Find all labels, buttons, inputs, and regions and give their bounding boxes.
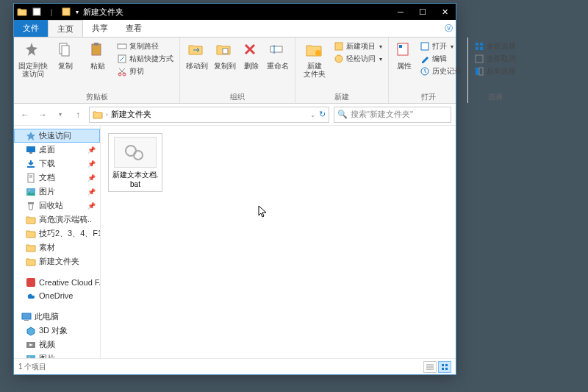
address-bar: ← → ▾ ↑ › 新建文件夹 ⌄ ↻ 🔍 搜索"新建文件夹" [14, 104, 456, 126]
history-dropdown-icon[interactable]: ⌄ [310, 111, 316, 118]
svg-point-34 [29, 190, 30, 191]
sidebar-item[interactable]: 图片📌 [14, 185, 100, 199]
folder-icon [26, 257, 36, 267]
delete-button[interactable]: 删除 [240, 40, 262, 70]
star-icon [26, 131, 36, 141]
invert-selection-button[interactable]: 反向选择 [473, 66, 517, 76]
refresh-button[interactable]: ↻ [319, 110, 326, 119]
pin-quick-access-button[interactable]: 固定到快 速访问 [18, 40, 48, 78]
select-none-button[interactable]: 全部取消 [473, 54, 517, 64]
sidebar-item[interactable]: 文档📌 [14, 171, 100, 185]
select-none-icon [474, 54, 484, 64]
forward-button[interactable]: → [36, 108, 49, 121]
pin-icon: 📌 [87, 146, 96, 154]
tab-share[interactable]: 共享 [83, 20, 117, 37]
file-menu[interactable]: 文件 [14, 20, 48, 37]
svg-rect-10 [223, 49, 228, 54]
maximize-button[interactable]: ☐ [412, 4, 434, 20]
titlebar[interactable]: | ▾ 新建文件夹 ─ ☐ ✕ [14, 4, 456, 20]
up-button[interactable]: ↑ [71, 108, 85, 121]
sidebar-item[interactable]: OneDrive [14, 289, 100, 302]
sidebar-item[interactable]: 图片 [14, 352, 100, 358]
cut-button[interactable]: 剪切 [115, 66, 175, 76]
copy-button[interactable]: 复制 [51, 40, 80, 70]
close-button[interactable]: ✕ [434, 4, 456, 20]
sidebar-item[interactable]: 回收站📌 [14, 199, 100, 213]
history-button[interactable]: 历史记录 [418, 66, 463, 76]
tab-home[interactable]: 主页 [48, 20, 83, 37]
sidebar-item[interactable]: 高危演示端稿.. [14, 213, 100, 227]
rename-button[interactable]: 重命名 [265, 40, 290, 70]
qat-item-icon[interactable] [32, 7, 42, 17]
sidebar-item-label: 图片 [39, 353, 55, 358]
sidebar-item-label: 新建文件夹 [39, 256, 79, 267]
svg-rect-26 [479, 68, 483, 75]
desktop-icon [26, 145, 36, 155]
new-item-button[interactable]: 新建项目▾ [332, 41, 384, 51]
folder-icon [93, 110, 103, 120]
back-button[interactable]: ← [18, 108, 32, 121]
qat-dropdown-icon[interactable]: ▾ [76, 9, 79, 15]
recent-button[interactable]: ▾ [54, 108, 67, 121]
video-icon [26, 340, 36, 350]
sidebar-item-label: 快速访问 [39, 130, 71, 141]
chevron-icon[interactable]: › [106, 111, 108, 118]
navigation-pane[interactable]: 快速访问桌面📌下载📌文档📌图片📌回收站📌高危演示端稿..技巧2、3、4、F1..… [14, 126, 101, 358]
minimize-button[interactable]: ─ [390, 4, 412, 20]
ribbon-toggle-icon[interactable]: ⓥ [441, 20, 456, 37]
recycle-icon [26, 201, 36, 211]
icons-view-button[interactable] [438, 361, 451, 373]
copy-to-button[interactable]: 复制到 [212, 40, 237, 70]
move-to-button[interactable]: 移动到 [184, 40, 209, 70]
svg-point-47 [134, 151, 143, 160]
pin-icon: 📌 [87, 188, 96, 196]
svg-rect-24 [476, 55, 483, 63]
ribbon-clipboard-group: 固定到快 速访问 复制 粘贴 复制路径 粘贴快捷方式 剪切 剪贴板 [14, 38, 180, 103]
pin-icon: 📌 [87, 174, 96, 182]
sidebar-item[interactable]: 素材 [14, 240, 100, 254]
folder-icon [26, 215, 36, 225]
sidebar-item[interactable]: 下载📌 [14, 157, 100, 171]
sidebar-item-label: 图片 [39, 186, 55, 197]
paste-shortcut-button[interactable]: 粘贴快捷方式 [115, 54, 175, 64]
tab-view[interactable]: 查看 [117, 20, 151, 37]
svg-rect-51 [442, 364, 444, 366]
qat-item-icon[interactable] [61, 7, 71, 17]
sidebar-item[interactable]: 桌面📌 [14, 143, 100, 157]
open-button[interactable]: 打开▾ [418, 41, 463, 51]
address-field[interactable]: › 新建文件夹 ⌄ ↻ [89, 107, 329, 123]
sidebar-item[interactable]: 视频 [14, 338, 100, 352]
file-pane[interactable]: 新建文本文档. bat [101, 126, 456, 358]
sidebar-item[interactable]: Creative Cloud F... [14, 276, 100, 289]
edit-button[interactable]: 编辑 [418, 54, 463, 64]
svg-rect-52 [445, 364, 448, 366]
sidebar-item[interactable]: 技巧2、3、4、F1... [14, 227, 100, 240]
file-name: 新建文本文档. bat [112, 170, 159, 188]
folder-icon [26, 243, 36, 253]
sidebar-item[interactable]: 此电脑 [14, 310, 100, 324]
paste-button[interactable]: 粘贴 [83, 40, 112, 70]
details-view-button[interactable] [423, 361, 437, 373]
sidebar-item-label: 高危演示端稿.. [39, 214, 92, 225]
breadcrumb[interactable]: 新建文件夹 [111, 109, 151, 120]
sidebar-item-label: 回收站 [39, 200, 63, 211]
sidebar-item[interactable]: 3D 对象 [14, 324, 100, 338]
easy-access-button[interactable]: 轻松访问▾ [332, 54, 384, 64]
select-all-icon [474, 41, 484, 51]
svg-rect-18 [421, 43, 429, 50]
properties-button[interactable]: 属性 [393, 40, 415, 70]
search-input[interactable]: 🔍 搜索"新建文件夹" [334, 107, 451, 123]
new-folder-button[interactable]: 新建 文件夹 [300, 40, 329, 78]
sidebar-item-label: 文档 [39, 172, 55, 183]
sidebar-item[interactable]: 新建文件夹 [14, 254, 100, 268]
window-title: 新建文件夹 [83, 7, 390, 18]
select-all-button[interactable]: 全部选择 [473, 41, 517, 51]
copy-path-button[interactable]: 复制路径 [115, 41, 175, 51]
file-item[interactable]: 新建文本文档. bat [108, 133, 162, 192]
path-icon [117, 41, 127, 51]
svg-rect-17 [399, 45, 402, 48]
sidebar-item[interactable]: 快速访问 [14, 129, 100, 143]
pic-icon [26, 187, 36, 197]
svg-point-13 [315, 50, 321, 56]
search-placeholder: 搜索"新建文件夹" [351, 109, 413, 120]
